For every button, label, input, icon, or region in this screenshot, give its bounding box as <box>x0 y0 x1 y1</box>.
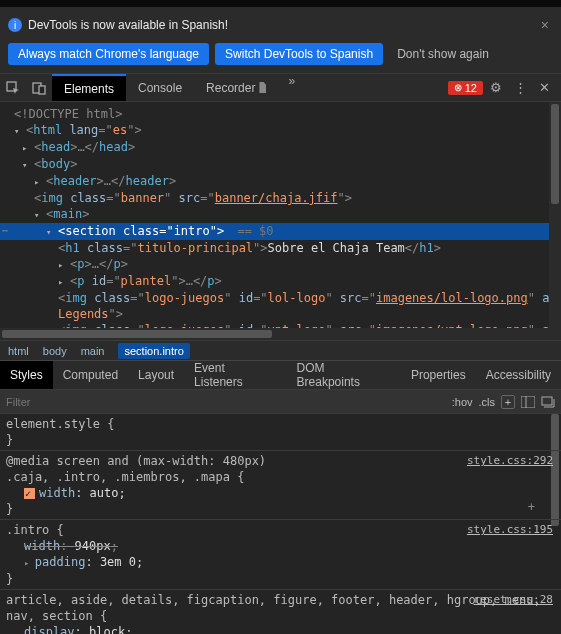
subtab-accessibility[interactable]: Accessibility <box>476 361 561 389</box>
styles-pane[interactable]: element.style {}style.css:292@media scre… <box>0 414 561 634</box>
error-count-badge[interactable]: ⊗12 <box>448 81 483 95</box>
language-announcement: i DevTools is now available in Spanish! … <box>0 7 561 74</box>
error-icon: ⊗ <box>454 82 462 93</box>
switch-language-button[interactable]: Switch DevTools to Spanish <box>215 43 383 65</box>
subtab-computed[interactable]: Computed <box>53 361 128 389</box>
styles-filter-input[interactable] <box>6 396 446 408</box>
scrollbar-horizontal[interactable] <box>0 328 549 340</box>
dont-show-again-button[interactable]: Don't show again <box>389 43 497 65</box>
close-devtools-icon[interactable]: ✕ <box>533 80 555 95</box>
hov-toggle[interactable]: :hov <box>452 396 473 408</box>
elements-dom-tree[interactable]: <!DOCTYPE html>▾<html lang="es">▸<head>…… <box>0 102 561 340</box>
kebab-menu-icon[interactable]: ⋮ <box>509 80 531 95</box>
tab-recorder[interactable]: Recorder <box>194 74 278 101</box>
subtab-properties[interactable]: Properties <box>401 361 476 389</box>
style-rule[interactable]: style.css:292@media screen and (max-widt… <box>0 451 561 520</box>
subtab-layout[interactable]: Layout <box>128 361 184 389</box>
source-link[interactable]: style.css:195 <box>467 522 553 538</box>
inspect-element-icon[interactable] <box>0 81 26 95</box>
dom-node[interactable]: ⋯▾<section class="intro"> == $0 <box>0 223 561 240</box>
svg-rect-3 <box>521 396 535 408</box>
breadcrumb-item[interactable]: section.intro <box>118 343 189 359</box>
new-style-rule-button[interactable]: + <box>501 395 515 409</box>
tab-elements[interactable]: Elements <box>52 74 126 101</box>
recorder-badge-icon <box>259 82 266 93</box>
styles-subtabs: StylesComputedLayoutEvent ListenersDOM B… <box>0 360 561 390</box>
dom-node[interactable]: <!DOCTYPE html> <box>0 106 561 122</box>
more-tabs-icon[interactable]: » <box>278 74 305 101</box>
style-rule[interactable]: style.css:195.intro {width: 940px;▸ padd… <box>0 520 561 590</box>
dom-node[interactable]: ▸<p id="plantel">…</p> <box>0 273 561 290</box>
cls-toggle[interactable]: .cls <box>479 396 496 408</box>
settings-gear-icon[interactable]: ⚙ <box>485 80 507 95</box>
match-language-button[interactable]: Always match Chrome's language <box>8 43 209 65</box>
breadcrumb-item[interactable]: main <box>81 345 105 357</box>
dom-node[interactable]: ▾<main> <box>0 206 561 223</box>
subtab-event-listeners[interactable]: Event Listeners <box>184 361 286 389</box>
subtab-styles[interactable]: Styles <box>0 361 53 389</box>
dom-node[interactable]: <img class="banner" src="banner/chaja.jf… <box>0 190 561 206</box>
tab-console[interactable]: Console <box>126 74 194 101</box>
svg-rect-2 <box>39 86 45 94</box>
styles-filter-bar: :hov .cls + <box>0 390 561 414</box>
dom-node[interactable]: ▾<body> <box>0 156 561 173</box>
device-toolbar-icon[interactable] <box>26 81 52 95</box>
dom-node[interactable]: Legends"> <box>0 306 561 322</box>
dom-node[interactable]: ▸<header>…</header> <box>0 173 561 190</box>
rendering-emulations-icon[interactable] <box>541 396 555 408</box>
style-rule[interactable]: reset.css:28article, aside, details, fig… <box>0 590 561 634</box>
dom-node[interactable]: ▾<html lang="es"> <box>0 122 561 139</box>
svg-rect-5 <box>542 397 552 405</box>
dom-node[interactable]: <h1 class="titulo-principal">Sobre el Ch… <box>0 240 561 256</box>
scrollbar-vertical[interactable] <box>549 102 561 340</box>
dom-node[interactable]: ▸<p>…</p> <box>0 256 561 273</box>
source-link[interactable]: reset.css:28 <box>474 592 553 608</box>
computed-styles-sidebar-icon[interactable] <box>521 396 535 408</box>
property-enabled-checkbox[interactable] <box>24 488 35 499</box>
style-rule[interactable]: element.style {} <box>0 414 561 451</box>
breadcrumb: htmlbodymainsection.intro <box>0 340 561 360</box>
main-toolbar: Elements Console Recorder » ⊗12 ⚙ ⋮ ✕ <box>0 74 561 102</box>
info-icon: i <box>8 18 22 32</box>
insert-style-rule-icon[interactable]: + <box>528 499 535 515</box>
subtab-dom-breakpoints[interactable]: DOM Breakpoints <box>287 361 401 389</box>
announcement-text: DevTools is now available in Spanish! <box>28 18 228 32</box>
dom-node[interactable]: ▸<head>…</head> <box>0 139 561 156</box>
breadcrumb-item[interactable]: body <box>43 345 67 357</box>
source-link[interactable]: style.css:292 <box>467 453 553 469</box>
close-icon[interactable]: × <box>537 13 553 37</box>
dom-node[interactable]: <img class="logo-juegos" id="lol-logo" s… <box>0 290 561 306</box>
breadcrumb-item[interactable]: html <box>8 345 29 357</box>
